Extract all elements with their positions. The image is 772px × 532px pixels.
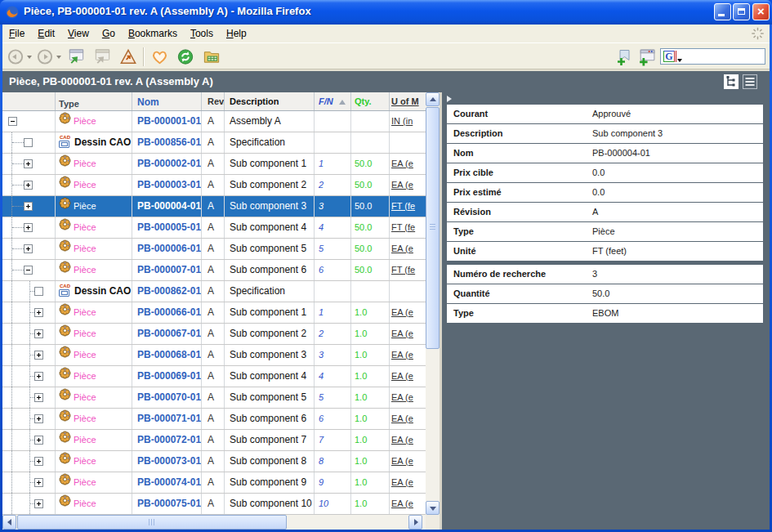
refresh-icon[interactable]: [176, 47, 195, 66]
scroll-right-arrow[interactable]: [408, 515, 422, 530]
expand-icon[interactable]: [34, 393, 43, 402]
expand-icon[interactable]: [34, 414, 43, 423]
table-row[interactable]: PiècePB-000006-01ASub component 5550.0EA…: [2, 239, 426, 260]
part-number-link[interactable]: PB-000856-01: [132, 132, 202, 153]
table-row[interactable]: PiècePB-000072-01ASub component 771.0EA …: [2, 430, 426, 451]
panel-collapse-icon[interactable]: [447, 96, 452, 102]
expand-icon[interactable]: [24, 181, 33, 190]
column-header-Rev.[interactable]: Rev.: [202, 92, 225, 110]
part-number-link[interactable]: PB-000007-01: [132, 260, 202, 280]
part-number-link[interactable]: PB-000069-01: [132, 366, 202, 387]
uom-link[interactable]: EA (e: [390, 239, 426, 259]
table-row[interactable]: PiècePB-000070-01ASub component 551.0EA …: [2, 387, 426, 409]
uom-link[interactable]: IN (in: [390, 111, 426, 132]
expand-icon[interactable]: [34, 351, 43, 360]
column-header-Description[interactable]: Description: [225, 92, 315, 110]
table-row[interactable]: PiècePB-000069-01ASub component 441.0EA …: [2, 366, 426, 387]
scroll-up-arrow[interactable]: [426, 92, 440, 106]
part-number-link[interactable]: PB-000066-01: [132, 302, 202, 323]
expand-icon[interactable]: [34, 436, 43, 445]
uom-link[interactable]: EA (e: [390, 175, 426, 195]
expand-icon[interactable]: [34, 499, 43, 508]
table-row[interactable]: PiècePB-000007-01ASub component 6650.0FT…: [2, 260, 426, 281]
expand-icon[interactable]: [34, 457, 43, 466]
part-number-link[interactable]: PB-000004-01: [132, 196, 202, 217]
expand-icon[interactable]: [34, 329, 43, 338]
scroll-left-arrow[interactable]: [2, 515, 16, 530]
horizontal-scrollbar[interactable]: [2, 515, 426, 530]
google-logo-icon[interactable]: G: [663, 51, 675, 62]
part-number-link[interactable]: PB-000005-01: [132, 217, 202, 238]
part-number-link[interactable]: PB-000067-01: [132, 324, 202, 344]
hierarchy-view-icon[interactable]: [724, 74, 739, 89]
folder-table-icon[interactable]: [202, 47, 221, 66]
table-row[interactable]: PiècePB-000001-01AAssembly AIN (in: [2, 111, 426, 132]
uom-link[interactable]: EA (e: [390, 387, 426, 408]
part-number-link[interactable]: PB-000862-01: [132, 281, 202, 302]
part-number-link[interactable]: PB-000071-01: [132, 409, 202, 429]
uom-link[interactable]: EA (e: [390, 472, 426, 493]
uom-link[interactable]: EA (e: [390, 494, 426, 514]
table-row[interactable]: PiècePB-000074-01ASub component 991.0EA …: [2, 472, 426, 494]
alert-triangle-icon[interactable]: [118, 47, 138, 66]
expand-icon[interactable]: [24, 244, 33, 253]
uom-link[interactable]: EA (e: [390, 324, 426, 344]
menu-file[interactable]: File: [2, 25, 31, 42]
table-row[interactable]: CADDessin CAOPB-000856-01ASpecification: [2, 132, 426, 154]
column-header-tree[interactable]: [2, 92, 56, 110]
uom-link[interactable]: EA (e: [390, 154, 426, 174]
part-number-link[interactable]: PB-000072-01: [132, 430, 202, 450]
uom-link[interactable]: EA (e: [390, 430, 426, 450]
back-dropdown-icon[interactable]: [27, 56, 32, 59]
forward-icon[interactable]: [35, 47, 55, 66]
part-number-link[interactable]: PB-000003-01: [132, 175, 202, 195]
heart-icon[interactable]: [149, 47, 170, 66]
expand-icon[interactable]: [34, 478, 43, 487]
uom-link[interactable]: EA (e: [390, 451, 426, 472]
part-number-link[interactable]: PB-000074-01: [132, 472, 202, 493]
part-number-link[interactable]: PB-000075-01: [132, 494, 202, 514]
column-header-U of M[interactable]: U of M: [390, 92, 426, 110]
forward-dropdown-icon[interactable]: [56, 56, 61, 59]
part-number-link[interactable]: PB-000073-01: [132, 451, 202, 472]
uom-link[interactable]: EA (e: [390, 366, 426, 387]
vertical-scrollbar[interactable]: [426, 92, 440, 515]
menu-help[interactable]: Help: [220, 25, 253, 42]
table-row[interactable]: PiècePB-000067-01ASub component 221.0EA …: [2, 324, 426, 345]
table-row[interactable]: PiècePB-000075-01ASub component 10101.0E…: [2, 494, 426, 515]
uom-link[interactable]: EA (e: [390, 409, 426, 429]
uom-link[interactable]: FT (fe: [390, 217, 426, 238]
collapse-icon[interactable]: [8, 117, 17, 126]
collapse-icon[interactable]: [24, 266, 33, 275]
table-row[interactable]: PiècePB-000005-01ASub component 4450.0FT…: [2, 217, 426, 239]
horizontal-scroll-thumb[interactable]: [17, 515, 287, 530]
table-row[interactable]: PiècePB-000073-01ASub component 881.0EA …: [2, 451, 426, 472]
minimize-button[interactable]: [714, 3, 731, 20]
expand-icon[interactable]: [34, 372, 43, 381]
close-button[interactable]: ×: [752, 3, 770, 20]
menu-bookmarks[interactable]: Bookmarks: [122, 25, 184, 42]
expand-icon[interactable]: [24, 223, 33, 232]
maximize-button[interactable]: [733, 3, 750, 20]
table-row[interactable]: PiècePB-000071-01ASub component 661.0EA …: [2, 409, 426, 430]
vertical-scroll-thumb[interactable]: [426, 107, 440, 349]
back-icon[interactable]: [6, 47, 25, 66]
menu-tools[interactable]: Tools: [184, 25, 220, 42]
table-row[interactable]: PiècePB-000003-01ASub component 2250.0EA…: [2, 175, 426, 196]
expand-icon[interactable]: [34, 308, 43, 317]
table-row[interactable]: PiècePB-000066-01ASub component 111.0EA …: [2, 302, 426, 324]
column-header-Type[interactable]: Type: [56, 92, 132, 110]
open-window-icon[interactable]: [66, 47, 86, 66]
part-number-link[interactable]: PB-000006-01: [132, 239, 202, 259]
menu-go[interactable]: Go: [96, 25, 122, 42]
part-number-link[interactable]: PB-000068-01: [132, 345, 202, 365]
add-bookmark-icon[interactable]: [615, 47, 633, 66]
column-header-Qty.[interactable]: Qty.: [351, 92, 390, 110]
google-search-input[interactable]: [681, 50, 765, 64]
table-row[interactable]: CADDessin CAOPB-000862-01ASpecification: [2, 281, 426, 302]
expand-icon[interactable]: [24, 202, 33, 211]
column-header-Nom[interactable]: Nom: [132, 92, 202, 110]
expand-icon[interactable]: [24, 159, 33, 168]
uom-link[interactable]: FT (fe: [390, 196, 426, 217]
scroll-down-arrow[interactable]: [426, 501, 440, 515]
